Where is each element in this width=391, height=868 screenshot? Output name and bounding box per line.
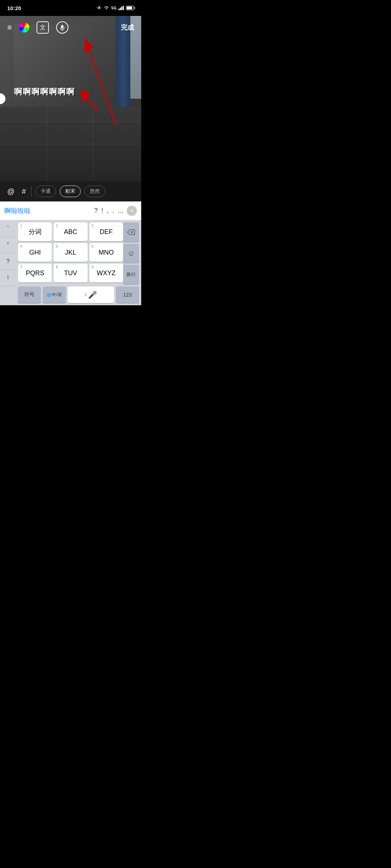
menu-icon[interactable]: ≡ [7, 23, 12, 32]
battery-icon [126, 6, 134, 10]
font-cartoon[interactable]: 卡通 [35, 186, 56, 197]
voice-button[interactable] [56, 21, 68, 34]
key-tuv[interactable]: 8 TUV [54, 264, 87, 282]
space-num: 0 [85, 293, 87, 297]
keyboard-main: ' ° ? ! 1 分词 2 ABC 3 [0, 220, 141, 286]
floor-tile [47, 107, 47, 181]
room-floor [0, 107, 141, 181]
status-bar: 10:20 👁 5G [0, 0, 141, 16]
emoji-key[interactable]: ☺ [123, 244, 139, 263]
5g-icon: 5G [111, 6, 117, 10]
text-style-button[interactable]: 文 [37, 21, 49, 34]
status-icons: 👁 5G [97, 5, 134, 11]
input-current-text: 啊啦啦啦 [4, 207, 91, 215]
symbol-label: 符号 [24, 292, 34, 298]
svg-point-4 [61, 25, 63, 29]
key-jkl[interactable]: 5 JKL [54, 243, 87, 262]
svg-rect-1 [120, 8, 121, 10]
floor-tile [0, 144, 141, 144]
punct-exclaim[interactable]: ! [101, 207, 103, 214]
font-cusong[interactable]: 粗宋 [60, 186, 81, 197]
top-toolbar: ≡ 文 完成 [0, 16, 141, 39]
key-apostrophe[interactable]: ' [0, 220, 16, 237]
status-time: 10:20 [7, 5, 21, 11]
clear-button[interactable] [127, 206, 137, 216]
camera-view: ≡ 文 完成 啊啊啊啊啊啊啊 [0, 16, 141, 181]
key-def[interactable]: 3 DEF [89, 222, 123, 241]
key-mno[interactable]: 6 MNO [89, 243, 123, 262]
key-wxyz[interactable]: 9 WXYZ [89, 264, 123, 282]
space-key[interactable]: 0 🎤 [68, 286, 114, 303]
hash-button[interactable]: # [20, 186, 28, 197]
backspace-key[interactable] [123, 222, 139, 242]
divider [31, 186, 31, 197]
at-button[interactable]: @ [5, 186, 16, 197]
newline-key[interactable]: 换行 [123, 265, 139, 284]
emoji-icon: ☺ [127, 249, 135, 258]
punct-period[interactable]: . [112, 207, 114, 214]
key-pqrs[interactable]: 7 PQRS [18, 264, 52, 282]
done-button[interactable]: 完成 [121, 23, 134, 32]
key-abc[interactable]: 2 ABC [54, 222, 87, 241]
lang-key[interactable]: 🌐 中/英 [43, 286, 66, 303]
key-row-3: 7 PQRS 8 TUV 9 WXYZ [18, 264, 123, 282]
key-exclaim[interactable]: ! [0, 270, 16, 286]
color-picker[interactable] [19, 22, 29, 33]
globe-icon: 🌐 [47, 293, 51, 297]
keyboard-right-col: ☺ 换行 [123, 220, 141, 286]
font-youran[interactable]: 悠然 [84, 186, 105, 197]
room-scene [0, 16, 141, 181]
punct-comma[interactable]: , [107, 207, 109, 214]
svg-rect-2 [121, 7, 122, 10]
num-switch-key[interactable]: 123 [116, 286, 139, 303]
num-label: 123 [123, 292, 131, 298]
keyboard-grid: 1 分词 2 ABC 3 DEF 4 GHI [16, 220, 123, 286]
punct-ellipsis[interactable]: ... [118, 207, 123, 214]
lang-label: 中/英 [52, 292, 62, 298]
input-bar: 啊啦啦啦 ? ! , . ... [0, 201, 141, 220]
mic-icon: 🎤 [88, 290, 97, 299]
key-row-1: 1 分词 2 ABC 3 DEF [18, 222, 123, 241]
floor-tile [0, 122, 141, 122]
key-degree[interactable]: ° [0, 237, 16, 254]
text-icon: 文 [40, 24, 46, 31]
eye-icon: 👁 [97, 5, 102, 11]
key-question[interactable]: ? [0, 254, 16, 270]
svg-rect-0 [118, 9, 119, 10]
punct-question[interactable]: ? [94, 207, 98, 214]
key-fenci[interactable]: 1 分词 [18, 222, 52, 241]
keyboard: ' ° ? ! 1 分词 2 ABC 3 [0, 220, 141, 305]
keyboard-left-col: ' ° ? ! [0, 220, 16, 286]
key-ghi[interactable]: 4 GHI [18, 243, 52, 262]
wifi-icon [104, 6, 109, 10]
newline-label: 换行 [126, 271, 136, 278]
keyboard-bottom: 符号 🌐 中/英 0 🎤 123 [0, 286, 141, 305]
signal-icon [118, 6, 124, 10]
text-overlay[interactable]: 啊啊啊啊啊啊啊 [14, 86, 75, 97]
key-row-2: 4 GHI 5 JKL 6 MNO [18, 243, 123, 262]
floor-tile [93, 107, 93, 181]
symbol-key[interactable]: 符号 [18, 286, 41, 303]
font-bar: @ # 卡通 粗宋 悠然 [0, 181, 141, 201]
svg-rect-3 [123, 6, 124, 10]
spacer-left [0, 286, 16, 303]
